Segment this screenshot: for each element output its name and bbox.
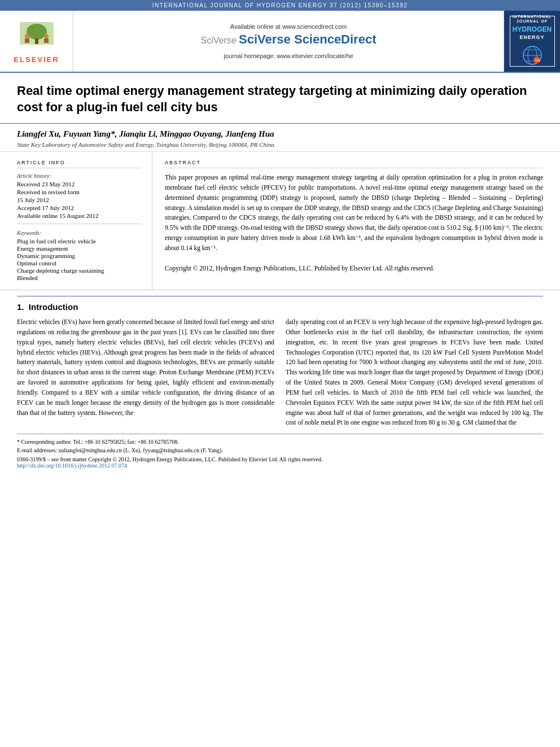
journal-globe-icon: H₂	[521, 44, 544, 68]
journal-citation: INTERNATIONAL JOURNAL OF HYDROGEN ENERGY…	[152, 2, 408, 8]
intro-left-text: Electric vehicles (EVs) have been greatl…	[17, 317, 274, 418]
accepted-date: Accepted 17 July 2012	[17, 204, 142, 211]
svg-point-3	[25, 34, 29, 38]
section-divider	[17, 296, 543, 296]
svg-text:H₂: H₂	[535, 58, 540, 63]
journal-logo-inner: INTERNATIONAL JOURNAL OF HYDROGEN ENERGY…	[510, 16, 555, 67]
main-content-section: 1. Introduction Electric vehicles (EVs) …	[0, 302, 560, 428]
svg-rect-6	[44, 38, 49, 43]
svg-point-1	[27, 24, 47, 40]
article-history-label: Article history:	[17, 173, 142, 179]
article-info-label: ARTICLE INFO	[17, 160, 142, 168]
keyword-1: Plug in fuel cell electric vehicle	[17, 238, 142, 244]
svg-rect-2	[35, 38, 38, 44]
abstract-body: This paper proposes an optimal real-time…	[165, 173, 543, 273]
intro-right-col: daily operating cost of an FCEV is very …	[286, 317, 543, 428]
journal-homepage-text: journal homepage: www.elsevier.com/locat…	[224, 53, 353, 59]
article-info-abstract-section: ARTICLE INFO Article history: Received 2…	[0, 152, 560, 290]
keywords-label: Keywords:	[17, 230, 142, 236]
keyword-5: Charge depleting charge sustaining	[17, 267, 142, 274]
journal-logo-title: INTERNATIONAL JOURNAL OF HYDROGEN ENERGY	[513, 15, 552, 41]
intro-section-title: 1. Introduction	[17, 302, 543, 312]
keyword-3: Dynamic programming	[17, 252, 142, 259]
page-header: ELSEVIER Available online at www.science…	[0, 11, 560, 73]
keyword-2: Energy management	[17, 245, 142, 252]
available-online-text: Available online at www.sciencedirect.co…	[230, 23, 347, 30]
intro-right-text: daily operating cost of an FCEV is very …	[286, 317, 543, 428]
footnote-section: * Corresponding author. Tel.: +86 10 627…	[17, 434, 543, 469]
authors-section: Liangfei Xu, Fuyuan Yang*, Jianqiu Li, M…	[0, 124, 560, 152]
revised-date: 15 July 2012	[17, 196, 142, 203]
header-center-block: Available online at www.sciencedirect.co…	[73, 11, 504, 72]
email-addresses: E-mail addresses: xuliangfei@tsinghua.ed…	[17, 446, 543, 455]
intro-left-col: Electric vehicles (EVs) have been greatl…	[17, 317, 274, 428]
journal-header-bar: INTERNATIONAL JOURNAL OF HYDROGEN ENERGY…	[0, 0, 560, 11]
available-date: Available online 15 August 2012	[17, 212, 142, 219]
received-date: Received 23 May 2012	[17, 181, 142, 187]
keyword-4: Optimal control	[17, 260, 142, 267]
svg-rect-5	[25, 38, 29, 43]
received-revised-label: Received in revised form	[17, 189, 142, 195]
article-info-col: ARTICLE INFO Article history: Received 2…	[17, 152, 152, 290]
elsevier-brand-text: ELSEVIER	[14, 55, 59, 64]
intro-two-col: Electric vehicles (EVs) have been greatl…	[17, 317, 543, 428]
paper-title: Real time optimal energy management stra…	[17, 83, 543, 115]
journal-logo-block: INTERNATIONAL JOURNAL OF HYDROGEN ENERGY…	[504, 11, 560, 72]
doi-text[interactable]: http://dx.doi.org/10.1016/j.ijhydene.201…	[17, 462, 543, 469]
issn-text: 0360-3199/$ – see front matter Copyright…	[17, 456, 543, 462]
elsevier-logo-block: ELSEVIER	[0, 11, 73, 72]
corresponding-author: * Corresponding author. Tel.: +86 10 627…	[17, 438, 543, 446]
sciverse-logo: SciVerse SciVerse ScienceDirect	[201, 32, 377, 47]
abstract-label: ABSTRACT	[165, 160, 543, 168]
svg-point-4	[44, 34, 49, 38]
affiliation-text: State Key Laboratory of Automotive Safet…	[17, 141, 543, 148]
elsevier-tree-icon	[17, 19, 56, 53]
paper-title-section: Real time optimal energy management stra…	[0, 73, 560, 124]
abstract-col: ABSTRACT This paper proposes an optimal …	[152, 152, 543, 290]
keyword-6: Blended	[17, 274, 142, 281]
authors-list: Liangfei Xu, Fuyuan Yang*, Jianqiu Li, M…	[17, 129, 543, 139]
